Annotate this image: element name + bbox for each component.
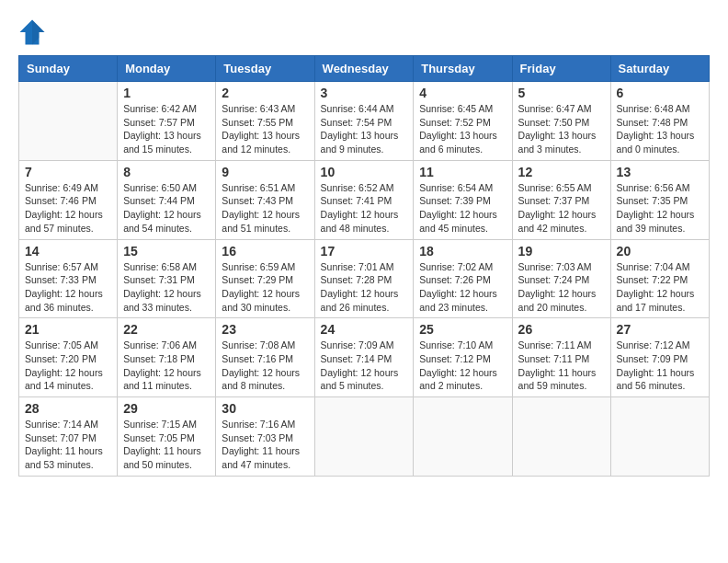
calendar-cell: 21Sunrise: 7:05 AM Sunset: 7:20 PM Dayli… (19, 318, 118, 397)
calendar-week-row: 14Sunrise: 6:57 AM Sunset: 7:33 PM Dayli… (19, 239, 710, 318)
day-info: Sunrise: 7:03 AM Sunset: 7:24 PM Dayligh… (518, 260, 605, 315)
day-info: Sunrise: 7:08 AM Sunset: 7:16 PM Dayligh… (222, 339, 308, 393)
day-info: Sunrise: 7:02 AM Sunset: 7:26 PM Dayligh… (419, 260, 506, 315)
calendar-cell: 16Sunrise: 6:59 AM Sunset: 7:29 PM Dayli… (216, 239, 314, 318)
day-info: Sunrise: 6:45 AM Sunset: 7:52 PM Dayligh… (419, 102, 506, 156)
day-number: 19 (518, 244, 605, 259)
col-header-thursday: Thursday (414, 56, 512, 82)
day-number: 9 (222, 165, 308, 179)
day-number: 8 (123, 165, 210, 179)
calendar-cell: 7Sunrise: 6:49 AM Sunset: 7:46 PM Daylig… (19, 160, 118, 239)
day-number: 7 (25, 165, 111, 179)
calendar-cell: 6Sunrise: 6:48 AM Sunset: 7:48 PM Daylig… (610, 82, 709, 161)
calendar-table: SundayMondayTuesdayWednesdayThursdayFrid… (18, 55, 710, 477)
calendar-cell: 18Sunrise: 7:02 AM Sunset: 7:26 PM Dayli… (414, 239, 512, 318)
day-info: Sunrise: 6:48 AM Sunset: 7:48 PM Dayligh… (617, 102, 703, 156)
day-number: 26 (518, 322, 605, 337)
calendar-week-row: 1Sunrise: 6:42 AM Sunset: 7:57 PM Daylig… (19, 82, 710, 161)
day-number: 23 (222, 322, 308, 337)
day-info: Sunrise: 7:01 AM Sunset: 7:28 PM Dayligh… (321, 260, 408, 315)
page-header (18, 18, 710, 46)
day-info: Sunrise: 7:04 AM Sunset: 7:22 PM Dayligh… (617, 260, 703, 315)
calendar-cell: 22Sunrise: 7:06 AM Sunset: 7:18 PM Dayli… (118, 318, 216, 397)
day-info: Sunrise: 6:42 AM Sunset: 7:57 PM Dayligh… (123, 102, 210, 156)
day-number: 21 (25, 322, 111, 337)
calendar-cell: 10Sunrise: 6:52 AM Sunset: 7:41 PM Dayli… (314, 160, 414, 239)
day-number: 2 (222, 86, 308, 100)
calendar-cell (19, 82, 118, 161)
col-header-monday: Monday (118, 56, 216, 82)
calendar-cell: 19Sunrise: 7:03 AM Sunset: 7:24 PM Dayli… (512, 239, 610, 318)
calendar-cell: 3Sunrise: 6:44 AM Sunset: 7:54 PM Daylig… (314, 82, 414, 161)
day-info: Sunrise: 6:50 AM Sunset: 7:44 PM Dayligh… (123, 181, 210, 236)
day-info: Sunrise: 7:05 AM Sunset: 7:20 PM Dayligh… (25, 339, 111, 393)
day-info: Sunrise: 6:44 AM Sunset: 7:54 PM Dayligh… (321, 102, 408, 156)
calendar-cell: 30Sunrise: 7:16 AM Sunset: 7:03 PM Dayli… (216, 397, 314, 477)
calendar-cell: 8Sunrise: 6:50 AM Sunset: 7:44 PM Daylig… (118, 160, 216, 239)
day-info: Sunrise: 7:14 AM Sunset: 7:07 PM Dayligh… (25, 418, 111, 472)
day-info: Sunrise: 6:58 AM Sunset: 7:31 PM Dayligh… (123, 260, 210, 315)
day-number: 10 (321, 165, 408, 179)
day-number: 3 (321, 86, 408, 100)
day-number: 25 (419, 322, 506, 337)
calendar-cell: 13Sunrise: 6:56 AM Sunset: 7:35 PM Dayli… (610, 160, 709, 239)
calendar-cell: 17Sunrise: 7:01 AM Sunset: 7:28 PM Dayli… (314, 239, 414, 318)
calendar-cell: 28Sunrise: 7:14 AM Sunset: 7:07 PM Dayli… (19, 397, 118, 477)
day-number: 24 (321, 322, 408, 337)
day-info: Sunrise: 6:55 AM Sunset: 7:37 PM Dayligh… (518, 181, 605, 236)
day-info: Sunrise: 7:12 AM Sunset: 7:09 PM Dayligh… (617, 339, 703, 393)
day-info: Sunrise: 7:09 AM Sunset: 7:14 PM Dayligh… (321, 339, 408, 393)
day-info: Sunrise: 6:54 AM Sunset: 7:39 PM Dayligh… (419, 181, 506, 236)
calendar-cell: 4Sunrise: 6:45 AM Sunset: 7:52 PM Daylig… (414, 82, 512, 161)
day-info: Sunrise: 6:43 AM Sunset: 7:55 PM Dayligh… (222, 102, 308, 156)
calendar-week-row: 28Sunrise: 7:14 AM Sunset: 7:07 PM Dayli… (19, 397, 710, 477)
day-number: 1 (123, 86, 210, 100)
calendar-week-row: 7Sunrise: 6:49 AM Sunset: 7:46 PM Daylig… (19, 160, 710, 239)
day-number: 28 (25, 401, 111, 416)
calendar-cell: 25Sunrise: 7:10 AM Sunset: 7:12 PM Dayli… (414, 318, 512, 397)
col-header-wednesday: Wednesday (314, 56, 414, 82)
calendar-cell: 26Sunrise: 7:11 AM Sunset: 7:11 PM Dayli… (512, 318, 610, 397)
day-number: 17 (321, 244, 408, 259)
calendar-header-row: SundayMondayTuesdayWednesdayThursdayFrid… (19, 56, 710, 82)
day-info: Sunrise: 6:49 AM Sunset: 7:46 PM Dayligh… (25, 181, 111, 236)
day-number: 30 (222, 401, 308, 416)
day-number: 22 (123, 322, 210, 337)
day-info: Sunrise: 6:59 AM Sunset: 7:29 PM Dayligh… (222, 260, 308, 315)
day-info: Sunrise: 6:56 AM Sunset: 7:35 PM Dayligh… (617, 181, 703, 236)
calendar-cell: 2Sunrise: 6:43 AM Sunset: 7:55 PM Daylig… (216, 82, 314, 161)
calendar-cell: 15Sunrise: 6:58 AM Sunset: 7:31 PM Dayli… (118, 239, 216, 318)
calendar-cell: 9Sunrise: 6:51 AM Sunset: 7:43 PM Daylig… (216, 160, 314, 239)
calendar-cell (512, 397, 610, 477)
calendar-cell: 1Sunrise: 6:42 AM Sunset: 7:57 PM Daylig… (118, 82, 216, 161)
day-number: 29 (123, 401, 210, 416)
day-number: 13 (617, 165, 703, 179)
col-header-tuesday: Tuesday (216, 56, 314, 82)
col-header-saturday: Saturday (610, 56, 709, 82)
day-number: 27 (617, 322, 703, 337)
logo (18, 18, 50, 46)
day-info: Sunrise: 7:16 AM Sunset: 7:03 PM Dayligh… (222, 418, 308, 472)
calendar-cell: 11Sunrise: 6:54 AM Sunset: 7:39 PM Dayli… (414, 160, 512, 239)
day-number: 20 (617, 244, 703, 259)
calendar-week-row: 21Sunrise: 7:05 AM Sunset: 7:20 PM Dayli… (19, 318, 710, 397)
day-info: Sunrise: 6:51 AM Sunset: 7:43 PM Dayligh… (222, 181, 308, 236)
calendar-cell: 14Sunrise: 6:57 AM Sunset: 7:33 PM Dayli… (19, 239, 118, 318)
day-info: Sunrise: 7:10 AM Sunset: 7:12 PM Dayligh… (419, 339, 506, 393)
day-number: 16 (222, 244, 308, 259)
calendar-cell: 23Sunrise: 7:08 AM Sunset: 7:16 PM Dayli… (216, 318, 314, 397)
col-header-sunday: Sunday (19, 56, 118, 82)
calendar-cell: 27Sunrise: 7:12 AM Sunset: 7:09 PM Dayli… (610, 318, 709, 397)
day-number: 12 (518, 165, 605, 179)
day-number: 11 (419, 165, 506, 179)
calendar-cell: 24Sunrise: 7:09 AM Sunset: 7:14 PM Dayli… (314, 318, 414, 397)
day-number: 18 (419, 244, 506, 259)
calendar-cell: 29Sunrise: 7:15 AM Sunset: 7:05 PM Dayli… (118, 397, 216, 477)
day-number: 6 (617, 86, 703, 100)
calendar-cell (314, 397, 414, 477)
day-number: 15 (123, 244, 210, 259)
calendar-cell: 12Sunrise: 6:55 AM Sunset: 7:37 PM Dayli… (512, 160, 610, 239)
day-number: 4 (419, 86, 506, 100)
day-info: Sunrise: 6:57 AM Sunset: 7:33 PM Dayligh… (25, 260, 111, 315)
day-number: 14 (25, 244, 111, 259)
